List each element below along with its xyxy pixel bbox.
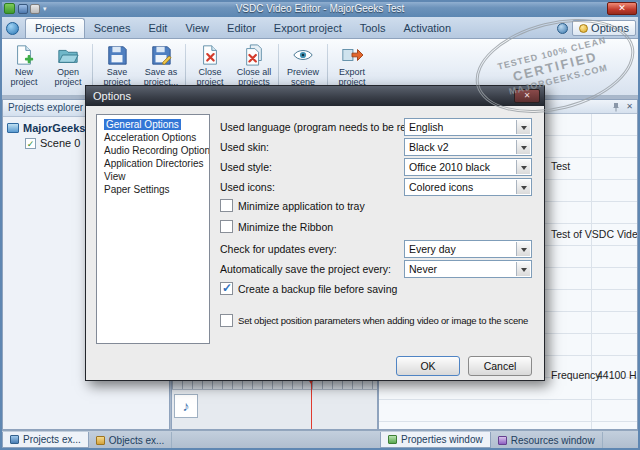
- tab-tools[interactable]: Tools: [351, 19, 395, 38]
- dialog-title: Options: [93, 90, 131, 102]
- close-all-projects-icon: [243, 44, 265, 66]
- category-audio-recording-options[interactable]: Audio Recording Options: [97, 144, 209, 157]
- bottom-tab-label: Properties window: [401, 434, 483, 445]
- projects-explorer-tab-icon: [10, 435, 19, 444]
- category-application-directories[interactable]: Application Directories: [97, 157, 209, 170]
- check-updates-select[interactable]: Every day: [404, 240, 532, 258]
- tab-view[interactable]: View: [176, 19, 218, 38]
- property-value: Test of VSDC Video: [551, 228, 637, 240]
- options-category-list: General Options Acceleration Options Aud…: [96, 114, 210, 344]
- bottom-tab-objects-explorer[interactable]: Objects ex...: [89, 432, 173, 448]
- dialog-close-button[interactable]: [514, 89, 540, 103]
- playhead-cursor[interactable]: [311, 379, 312, 429]
- used-style-label: Used style:: [220, 161, 272, 173]
- help-icon[interactable]: [557, 23, 568, 34]
- titlebar: VSDC Video Editor - MajorGeeks Test: [0, 0, 640, 17]
- checkbox-label: Create a backup file before saving: [238, 283, 397, 295]
- minimize-ribbon-checkbox[interactable]: [220, 220, 233, 233]
- open-project-icon: [57, 44, 79, 66]
- category-label: Paper Settings: [104, 184, 170, 195]
- used-skin-select[interactable]: Black v2: [404, 138, 532, 156]
- resources-window-tab-icon: [498, 436, 507, 445]
- ribbon-tabstrip: Projects Scenes Edit View Editor Export …: [0, 17, 640, 39]
- new-project-label: New project: [2, 67, 46, 87]
- category-paper-settings[interactable]: Paper Settings: [97, 183, 209, 196]
- quick-access-caret-icon[interactable]: [43, 5, 47, 13]
- select-value: Every day: [409, 243, 456, 255]
- minimize-to-tray-checkbox[interactable]: [220, 199, 233, 212]
- object-position-row[interactable]: Set object position parameters when addi…: [220, 314, 542, 327]
- preview-scene-icon: [292, 44, 314, 66]
- bottom-tab-bar: Projects ex... Objects ex... Properties …: [0, 430, 640, 450]
- chevron-down-icon[interactable]: [516, 180, 530, 194]
- chevron-down-icon[interactable]: [516, 140, 530, 154]
- tab-export-project[interactable]: Export project: [265, 19, 351, 38]
- bottom-tab-resources-window[interactable]: Resources window: [491, 432, 603, 448]
- toolbar-divider: [185, 44, 186, 90]
- used-skin-label: Used skin:: [220, 141, 269, 153]
- autosave-select[interactable]: Never: [404, 260, 532, 278]
- tab-scenes[interactable]: Scenes: [85, 19, 140, 38]
- category-view[interactable]: View: [97, 170, 209, 183]
- chevron-down-icon[interactable]: [516, 242, 530, 256]
- quick-access-icon-2[interactable]: [30, 4, 40, 14]
- bottom-tab-label: Resources window: [511, 435, 595, 446]
- timeline[interactable]: [171, 378, 378, 430]
- bottom-tab-properties-window[interactable]: Properties window: [380, 432, 491, 448]
- options-dialog: Options General Options Acceleration Opt…: [85, 85, 545, 381]
- chevron-down-icon[interactable]: [516, 120, 530, 134]
- tab-projects[interactable]: Projects: [25, 18, 85, 38]
- category-label: Acceleration Options: [104, 132, 196, 143]
- audio-track-icon[interactable]: [174, 394, 198, 418]
- autosave-label: Automatically save the project every:: [220, 263, 391, 275]
- checkbox-label: Minimize application to tray: [238, 200, 365, 212]
- used-icons-select[interactable]: Colored icons: [404, 178, 532, 196]
- select-value: Colored icons: [409, 181, 473, 193]
- save-as-project-icon: [150, 44, 172, 66]
- category-general-options[interactable]: General Options: [97, 118, 209, 131]
- used-style-select[interactable]: Office 2010 black: [404, 158, 532, 176]
- new-project-button[interactable]: New project: [2, 41, 46, 93]
- backup-file-row[interactable]: Create a backup file before saving: [220, 282, 542, 295]
- chevron-down-icon[interactable]: [516, 160, 530, 174]
- minimize-ribbon-row[interactable]: Minimize the Ribbon: [220, 220, 542, 233]
- save-project-icon: [106, 44, 128, 66]
- tree-item-label: Scene 0: [40, 137, 80, 149]
- ok-button[interactable]: OK: [396, 356, 460, 376]
- toolbar-divider: [278, 44, 279, 90]
- open-project-button[interactable]: Open project: [46, 41, 90, 93]
- tab-editor[interactable]: Editor: [218, 19, 265, 38]
- grid-column-divider: [591, 114, 592, 429]
- cancel-button[interactable]: Cancel: [468, 356, 532, 376]
- options-dialog-body: General Options Acceleration Options Aud…: [86, 106, 544, 380]
- app-menu-icon[interactable]: [6, 22, 19, 35]
- quick-access-icon-1[interactable]: [18, 4, 28, 14]
- close-project-icon: [199, 44, 221, 66]
- category-acceleration-options[interactable]: Acceleration Options: [97, 131, 209, 144]
- used-language-select[interactable]: English: [404, 118, 532, 136]
- pin-icon[interactable]: [611, 102, 621, 112]
- backup-file-checkbox[interactable]: [220, 282, 233, 295]
- bottom-tab-projects-explorer[interactable]: Projects ex...: [2, 432, 89, 448]
- select-value: Never: [409, 263, 437, 275]
- options-button[interactable]: Options: [572, 20, 636, 36]
- scene-check-icon: [25, 138, 36, 149]
- options-dialog-titlebar: Options: [86, 86, 544, 106]
- tab-activation[interactable]: Activation: [394, 19, 460, 38]
- property-value: Test: [551, 160, 570, 172]
- bottom-tab-label: Objects ex...: [109, 435, 165, 446]
- minimize-to-tray-row[interactable]: Minimize application to tray: [220, 199, 542, 212]
- select-value: Black v2: [409, 141, 449, 153]
- app-icon: [4, 3, 15, 14]
- category-label: View: [104, 171, 126, 182]
- check-updates-label: Check for updates every:: [220, 243, 337, 255]
- tab-edit[interactable]: Edit: [139, 19, 176, 38]
- object-position-checkbox[interactable]: [220, 314, 233, 327]
- open-project-label: Open project: [46, 67, 90, 87]
- panel-close-icon[interactable]: [626, 102, 633, 112]
- chevron-down-icon[interactable]: [516, 262, 530, 276]
- window-close-button[interactable]: [607, 2, 637, 15]
- options-button-label: Options: [591, 22, 629, 34]
- select-value: Office 2010 black: [409, 161, 490, 173]
- bottom-tab-label: Projects ex...: [23, 434, 81, 445]
